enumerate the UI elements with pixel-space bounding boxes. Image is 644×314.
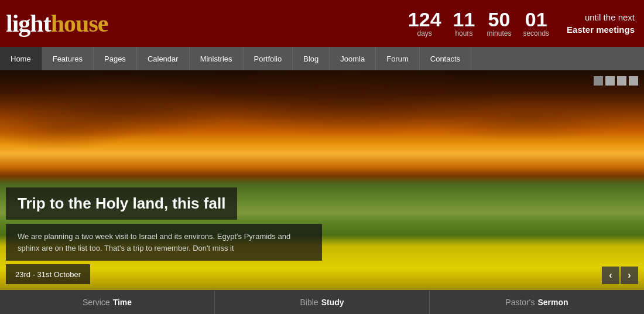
minutes-value: 50 [488,9,510,29]
nav-item-features[interactable]: Features [42,47,94,70]
footer-pastors-label: Pastor's [505,298,535,307]
cloud-overlay [0,70,644,180]
seconds-value: 01 [525,9,547,29]
nav-item-portfolio[interactable]: Portfolio [244,47,293,70]
slide-date: 23rd - 31st October [15,270,81,279]
countdown-description: until the next Easter meetings [567,11,635,36]
nav-item-pages[interactable]: Pages [94,47,137,70]
hours-value: 11 [453,9,475,29]
slide-title-box: Trip to the Holy land, this fall [6,187,237,220]
seconds-label: seconds [523,29,549,37]
minutes-label: minutes [487,29,511,37]
slide-prev-button[interactable]: ‹ [602,267,619,284]
slide-next-button[interactable]: › [621,267,638,284]
slide-dots [594,76,638,86]
footer-study-label: Study [321,298,344,307]
countdown-timer: 124 days 11 hours 50 minutes 01 seconds … [408,9,635,37]
days-value: 124 [408,9,441,29]
footer-service-label: Service [83,298,110,307]
slide-dot-3[interactable] [617,76,626,86]
footer-sermon-label: Sermon [538,298,568,307]
footer-bar: Service Time Bible Study Pastor's Sermon [0,290,644,314]
main-navigation: Home Features Pages Calendar Ministries … [0,47,644,70]
slide-date-box: 23rd - 31st October [6,264,90,284]
nav-item-forum[interactable]: Forum [376,47,420,70]
slide-description: We are planning a two week visit to Isra… [18,232,290,252]
nav-item-calendar[interactable]: Calendar [137,47,190,70]
site-logo: lighthouse [6,9,108,37]
until-text: until the next [585,11,635,23]
nav-item-blog[interactable]: Blog [293,47,330,70]
countdown-minutes: 50 minutes [487,9,511,37]
footer-bible-study: Bible Study [215,290,430,314]
nav-item-joomla[interactable]: Joomla [330,47,376,70]
countdown-days: 124 days [408,9,441,37]
nav-item-ministries[interactable]: Ministries [190,47,244,70]
event-text: Easter meetings [567,23,635,36]
footer-service-time: Service Time [0,290,215,314]
slide-title: Trip to the Holy land, this fall [18,194,225,212]
footer-bible-label: Bible [300,298,318,307]
slide-dot-2[interactable] [605,76,615,86]
logo-light-text: light [6,9,51,37]
logo-house-text: house [51,9,108,37]
hours-label: hours [455,29,472,37]
hero-slider: Trip to the Holy land, this fall We are … [0,70,644,290]
countdown-hours: 11 hours [453,9,475,37]
footer-time-label: Time [113,298,132,307]
footer-pastors-sermon: Pastor's Sermon [430,290,644,314]
nav-item-contacts[interactable]: Contacts [420,47,471,70]
slide-dot-4[interactable] [629,76,638,86]
slide-description-box: We are planning a two week visit to Isra… [6,224,322,261]
site-header: lighthouse 124 days 11 hours 50 minutes … [0,0,644,47]
days-label: days [417,29,432,37]
countdown-seconds: 01 seconds [523,9,549,37]
slide-dot-1[interactable] [594,76,603,86]
nav-item-home[interactable]: Home [0,47,42,70]
